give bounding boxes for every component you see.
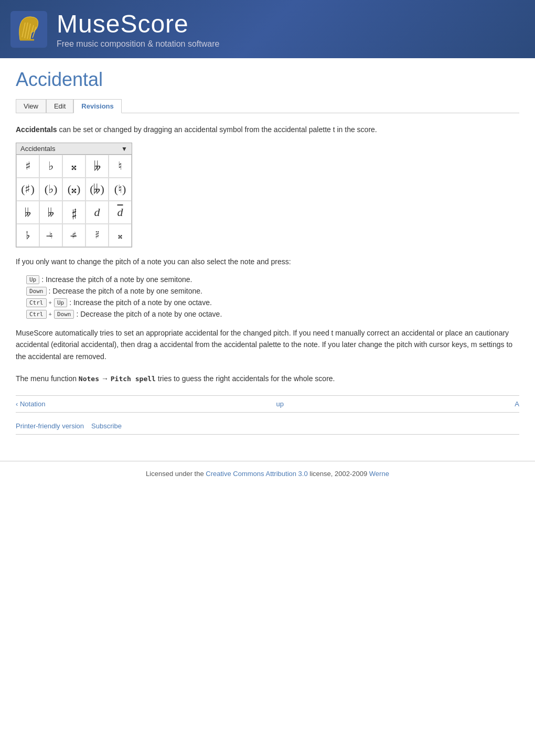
key-ctrl-down-item: Ctrl + Down : Decrease the pitch of a no…	[26, 310, 519, 319]
palette-title: Accidentals	[20, 145, 55, 153]
palette-cell-sharp[interactable]: ♯	[16, 155, 39, 178]
palette-cell-7[interactable]: ♯̈	[85, 224, 109, 247]
kbd-up2: Up	[54, 298, 67, 307]
tab-revisions[interactable]: Revisions	[73, 99, 121, 113]
printer-friendly-link[interactable]: Printer-friendly version	[16, 422, 84, 430]
up-link[interactable]: up	[276, 400, 284, 408]
palette-cell-natural[interactable]: ♮	[109, 155, 132, 178]
palette-cell-d[interactable]: d	[85, 201, 109, 224]
palette-cell-4[interactable]: 𝄬	[16, 224, 39, 247]
tab-edit[interactable]: Edit	[46, 99, 73, 113]
header-text-block: MuseScore Free music composition & notat…	[57, 9, 219, 49]
key-ctrl-down-desc: : Decrease the pitch of a note by one oc…	[76, 310, 222, 318]
palette-cell-doublesharp[interactable]: 𝄪	[62, 155, 85, 178]
page-title: Accidental	[16, 69, 519, 91]
next-link[interactable]: A	[515, 400, 519, 408]
footer-navigation: ‹ Notation up A	[16, 395, 519, 413]
palette-cell-paren-natural[interactable]: (♮)	[109, 178, 132, 201]
key-ctrl-up-item: Ctrl + Up : Increase the pitch of a note…	[26, 298, 519, 307]
cc-link[interactable]: Creative Commons Attribution 3.0	[206, 470, 307, 478]
pitch-spell-code: Pitch spell	[111, 375, 156, 383]
intro-text: can be set or changed by dragging an acc…	[59, 125, 377, 134]
pitch-spell-paragraph: The menu function Notes → Pitch spell tr…	[16, 373, 519, 385]
key-down-item: Down : Decrease the pitch of a note by o…	[26, 287, 519, 296]
main-content: Accidental View Edit Revisions Accidenta…	[0, 58, 535, 461]
palette-cell-paren-flat[interactable]: (♭)	[39, 178, 62, 201]
site-logo	[10, 11, 47, 48]
palette-grid: ♯ ♭ 𝄪 𝄫 ♮ (♯) (♭) (𝄪) (𝄫) (♮) 𝄫 𝄫 𝄰 d d …	[16, 155, 132, 247]
key-up-item: Up : Increase the pitch of a note by one…	[26, 275, 519, 284]
main-paragraph: MuseScore automatically tries to set an …	[16, 327, 519, 362]
site-header: MuseScore Free music composition & notat…	[0, 0, 535, 58]
palette-dropdown-icon[interactable]: ▼	[121, 145, 127, 153]
palette-cell-6[interactable]: ♯̶	[62, 224, 85, 247]
palette-cell-paren-doubleflat[interactable]: (𝄫)	[85, 178, 109, 201]
palette-cell-paren-doublesharp[interactable]: (𝄪)	[62, 178, 85, 201]
author-link[interactable]: Werne	[369, 470, 389, 478]
palette-cell-doubleflat[interactable]: 𝄫	[85, 155, 109, 178]
accidentals-bold: Accidentals	[16, 125, 57, 134]
palette-cell-mirrored[interactable]: 𝄰	[62, 201, 85, 224]
site-subtitle: Free music composition & notation softwa…	[57, 39, 219, 49]
license-suffix2: license, 2002-2009	[309, 470, 367, 478]
palette-cell-8[interactable]: 𝄪	[109, 224, 132, 247]
key-up-desc: : Increase the pitch of a note by one se…	[41, 275, 192, 284]
key-down-desc: : Decrease the pitch of a note by one se…	[49, 287, 202, 295]
kbd-ctrl: Ctrl	[26, 298, 47, 307]
arrow-symbol: →	[101, 374, 109, 383]
key-ctrl-up-desc: : Increase the pitch of a note by one oc…	[69, 298, 212, 307]
kbd-down2: Down	[54, 310, 74, 319]
tab-bar: View Edit Revisions	[16, 99, 519, 113]
kbd-plus-1: +	[49, 299, 52, 306]
footer-links: Printer-friendly version Subscribe	[16, 418, 519, 435]
license-bar: Licensed under the Creative Commons Attr…	[0, 461, 535, 486]
pitch-intro-text: If you only want to change the pitch of …	[16, 256, 519, 267]
accidentals-palette: Accidentals ▼ ♯ ♭ 𝄪 𝄫 ♮ (♯) (♭) (𝄪) (𝄫) …	[16, 143, 132, 247]
palette-cell-paren-sharp[interactable]: (♯)	[16, 178, 39, 201]
license-text: Licensed under the	[146, 470, 204, 478]
tab-view[interactable]: View	[16, 99, 46, 113]
intro-paragraph: Accidentals can be set or changed by dra…	[16, 124, 519, 135]
prev-link[interactable]: ‹ Notation	[16, 400, 45, 408]
palette-header: Accidentals ▼	[16, 143, 132, 155]
palette-cell-flat[interactable]: ♭	[39, 155, 62, 178]
kbd-up: Up	[26, 275, 39, 284]
site-title: MuseScore	[57, 9, 219, 38]
kbd-ctrl2: Ctrl	[26, 310, 47, 319]
kbd-plus-2: +	[49, 311, 52, 317]
palette-cell-3qflat[interactable]: 𝄫	[39, 201, 62, 224]
subscribe-link[interactable]: Subscribe	[91, 422, 122, 430]
notes-code: Notes	[79, 375, 99, 383]
kbd-down: Down	[26, 287, 47, 296]
palette-cell-5[interactable]: ♮̶	[39, 224, 62, 247]
palette-cell-d2[interactable]: d	[109, 201, 132, 224]
palette-cell-halfflat[interactable]: 𝄫	[16, 201, 39, 224]
key-commands-list: Up : Increase the pitch of a note by one…	[16, 275, 519, 319]
